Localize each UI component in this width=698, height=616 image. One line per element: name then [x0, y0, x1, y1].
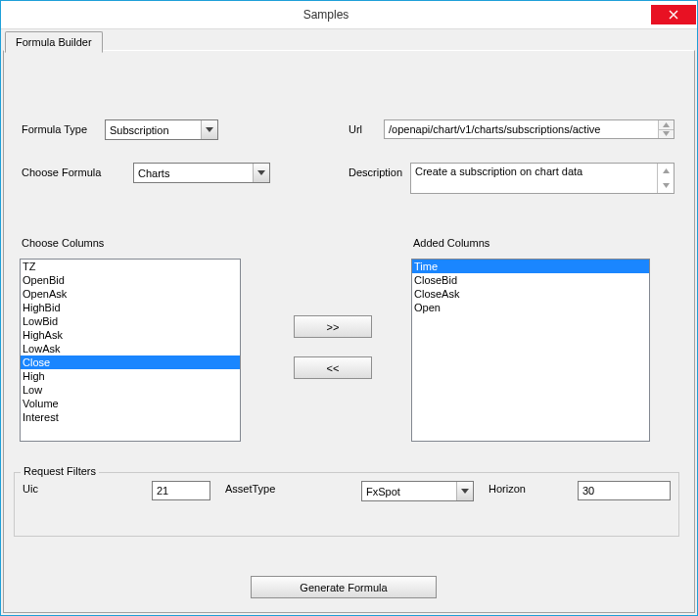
- list-item[interactable]: Interest: [21, 410, 240, 424]
- description-spinner[interactable]: [657, 164, 674, 193]
- label-uic: Uic: [23, 483, 38, 495]
- chevron-up-icon: [658, 164, 674, 178]
- uic-input[interactable]: [152, 481, 210, 500]
- chevron-down-icon: [201, 120, 217, 139]
- list-item[interactable]: Time: [412, 260, 649, 273]
- list-item[interactable]: CloseAsk: [412, 287, 649, 301]
- added-columns-listbox[interactable]: TimeCloseBidCloseAskOpen: [411, 259, 650, 442]
- description-input[interactable]: Create a subscription on chart data: [410, 163, 675, 194]
- move-right-button[interactable]: >>: [294, 315, 372, 338]
- url-value: /openapi/chart/v1/charts/subscriptions/a…: [385, 120, 658, 138]
- list-item[interactable]: OpenBid: [21, 273, 240, 287]
- horizon-input[interactable]: [578, 481, 671, 500]
- label-horizon: Horizon: [489, 483, 526, 495]
- choose-formula-value: Charts: [134, 167, 253, 179]
- list-item[interactable]: HighAsk: [21, 328, 240, 342]
- close-icon: [669, 10, 678, 20]
- generate-formula-button[interactable]: Generate Formula: [251, 576, 437, 598]
- list-item[interactable]: LowBid: [21, 314, 240, 328]
- tab-formula-builder[interactable]: Formula Builder: [5, 31, 103, 53]
- label-choose-columns: Choose Columns: [22, 237, 104, 249]
- url-input[interactable]: /openapi/chart/v1/charts/subscriptions/a…: [384, 119, 675, 139]
- window-title: Samples: [1, 8, 651, 22]
- description-value: Create a subscription on chart data: [411, 164, 657, 193]
- label-added-columns: Added Columns: [413, 237, 489, 249]
- label-choose-formula: Choose Formula: [22, 166, 101, 178]
- chevron-down-icon: [658, 129, 674, 139]
- url-spinner[interactable]: [658, 120, 674, 138]
- list-item[interactable]: Low: [21, 383, 240, 397]
- move-left-button[interactable]: <<: [294, 356, 372, 379]
- list-item[interactable]: Close: [21, 355, 240, 369]
- list-item[interactable]: LowAsk: [21, 342, 240, 355]
- label-asset-type: AssetType: [225, 483, 275, 495]
- formula-type-value: Subscription: [106, 124, 201, 136]
- chevron-up-icon: [658, 120, 674, 129]
- chevron-down-icon: [253, 164, 269, 182]
- list-item[interactable]: Open: [412, 301, 649, 314]
- label-description: Description: [349, 166, 402, 178]
- list-item[interactable]: CloseBid: [412, 273, 649, 287]
- asset-type-value: FxSpot: [362, 486, 456, 498]
- formula-type-combo[interactable]: Subscription: [105, 119, 218, 140]
- client-area: Formula Builder Formula Type Subscriptio…: [1, 29, 697, 615]
- tab-panel: Formula Type Subscription Url /openapi/c…: [3, 50, 695, 613]
- asset-type-combo[interactable]: FxSpot: [361, 481, 474, 501]
- samples-window: Samples Formula Builder Formula Type Sub…: [0, 0, 698, 616]
- label-url: Url: [349, 123, 362, 135]
- tab-strip: Formula Builder: [1, 29, 697, 49]
- chevron-down-icon: [658, 178, 674, 193]
- request-filters-fieldset: Request Filters Uic AssetType FxSpot Hor…: [14, 472, 679, 537]
- request-filters-legend: Request Filters: [21, 465, 99, 477]
- list-item[interactable]: HighBid: [21, 301, 240, 314]
- titlebar: Samples: [1, 1, 697, 29]
- choose-formula-combo[interactable]: Charts: [133, 163, 270, 183]
- list-item[interactable]: Volume: [21, 397, 240, 410]
- choose-columns-listbox[interactable]: TZOpenBidOpenAskHighBidLowBidHighAskLowA…: [20, 259, 241, 442]
- close-button[interactable]: [651, 5, 696, 24]
- list-item[interactable]: OpenAsk: [21, 287, 240, 301]
- label-formula-type: Formula Type: [22, 123, 87, 135]
- chevron-down-icon: [456, 482, 473, 500]
- list-item[interactable]: TZ: [21, 260, 240, 273]
- list-item[interactable]: High: [21, 369, 240, 383]
